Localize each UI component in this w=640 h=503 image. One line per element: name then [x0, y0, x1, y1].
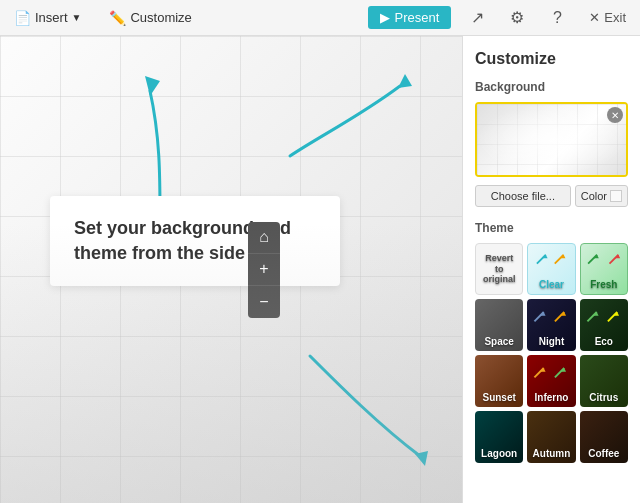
- theme-citrus[interactable]: Citrus: [580, 355, 628, 407]
- color-swatch: [610, 190, 622, 202]
- theme-autumn-label: Autumn: [533, 448, 571, 459]
- zoom-in-icon: +: [259, 260, 268, 278]
- theme-autumn[interactable]: Autumn: [527, 411, 575, 463]
- help-button[interactable]: ?: [543, 4, 571, 32]
- theme-revert[interactable]: Revert to original: [475, 243, 523, 295]
- theme-eco-label: Eco: [595, 336, 613, 347]
- theme-sunset[interactable]: Sunset: [475, 355, 523, 407]
- share-button[interactable]: ↗: [463, 4, 491, 32]
- background-preview: ✕: [475, 102, 628, 177]
- theme-coffee-label: Coffee: [588, 448, 619, 459]
- background-controls: Choose file... Color: [475, 185, 628, 207]
- theme-fresh[interactable]: Fresh: [580, 243, 628, 295]
- theme-space-label: Space: [484, 336, 513, 347]
- zoom-in-button[interactable]: +: [248, 254, 280, 286]
- panel-title: Customize: [475, 50, 628, 68]
- theme-night-label: Night: [539, 336, 565, 347]
- insert-button[interactable]: 📄 Insert ▼: [8, 8, 87, 28]
- present-label: Present: [395, 10, 440, 25]
- theme-sunset-label: Sunset: [482, 392, 515, 403]
- theme-coffee[interactable]: Coffee: [580, 411, 628, 463]
- home-button[interactable]: ⌂: [248, 222, 280, 254]
- theme-fresh-label: Fresh: [590, 279, 617, 290]
- customize-label: Customize: [130, 10, 191, 25]
- theme-grid: Revert to original Clear: [475, 243, 628, 463]
- help-icon: ?: [553, 9, 562, 27]
- arrows-decoration: [0, 36, 462, 503]
- canvas-area: Set your background and theme from the s…: [0, 36, 462, 503]
- insert-icon: 📄: [14, 10, 31, 26]
- theme-lagoon-label: Lagoon: [481, 448, 517, 459]
- present-play-icon: ▶: [380, 10, 390, 25]
- theme-clear-label: Clear: [539, 279, 564, 290]
- insert-label: Insert: [35, 10, 68, 25]
- zoom-out-icon: −: [259, 293, 268, 311]
- exit-close-icon: ✕: [589, 10, 600, 25]
- exit-button[interactable]: ✕ Exit: [583, 8, 632, 27]
- svg-marker-0: [145, 76, 160, 96]
- background-section-title: Background: [475, 80, 628, 94]
- theme-section-title: Theme: [475, 221, 628, 235]
- customize-icon: ✏️: [109, 10, 126, 26]
- exit-label: Exit: [604, 10, 626, 25]
- color-label: Color: [581, 190, 607, 202]
- color-button[interactable]: Color: [575, 185, 628, 207]
- home-icon: ⌂: [259, 228, 269, 246]
- svg-marker-2: [415, 451, 428, 466]
- theme-lagoon[interactable]: Lagoon: [475, 411, 523, 463]
- background-preview-inner: [477, 104, 626, 175]
- choose-file-button[interactable]: Choose file...: [475, 185, 571, 207]
- theme-citrus-label: Citrus: [589, 392, 618, 403]
- right-panel: Customize Background ✕ Choose file... Co…: [462, 36, 640, 503]
- toolbar-right: ▶ Present ↗ ⚙ ? ✕ Exit: [368, 4, 632, 32]
- toolbar: 📄 Insert ▼ ✏️ Customize ▶ Present ↗ ⚙ ? …: [0, 0, 640, 36]
- main-content: Set your background and theme from the s…: [0, 36, 640, 503]
- canvas-background: Set your background and theme from the s…: [0, 36, 462, 503]
- present-button[interactable]: ▶ Present: [368, 6, 452, 29]
- theme-clear[interactable]: Clear: [527, 243, 575, 295]
- theme-inferno-label: Inferno: [535, 392, 569, 403]
- zoom-out-button[interactable]: −: [248, 286, 280, 318]
- theme-eco[interactable]: Eco: [580, 299, 628, 351]
- settings-button[interactable]: ⚙: [503, 4, 531, 32]
- instruction-text-box: Set your background and theme from the s…: [50, 196, 340, 286]
- share-icon: ↗: [471, 8, 484, 27]
- customize-button[interactable]: ✏️ Customize: [103, 8, 197, 28]
- theme-inferno[interactable]: Inferno: [527, 355, 575, 407]
- toolbar-left: 📄 Insert ▼ ✏️ Customize: [8, 8, 198, 28]
- insert-dropdown-icon: ▼: [72, 12, 82, 23]
- svg-marker-1: [398, 74, 412, 88]
- theme-night[interactable]: Night: [527, 299, 575, 351]
- theme-space[interactable]: Space: [475, 299, 523, 351]
- settings-icon: ⚙: [510, 8, 524, 27]
- canvas-side-toolbar: ⌂ + −: [248, 222, 280, 318]
- instruction-text: Set your background and theme from the s…: [74, 218, 291, 263]
